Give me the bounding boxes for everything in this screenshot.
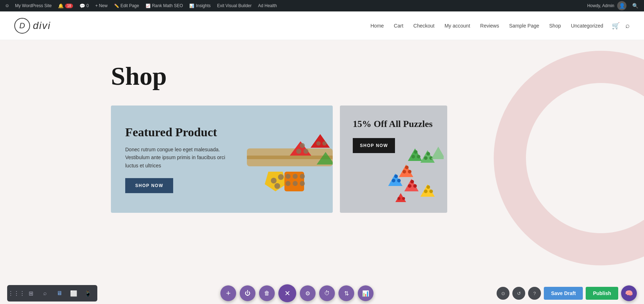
svg-point-24 bbox=[411, 155, 415, 158]
nav-link-my-account[interactable]: My account bbox=[444, 23, 470, 29]
svg-point-26 bbox=[414, 150, 418, 154]
nav-link-shop[interactable]: Shop bbox=[549, 23, 561, 29]
nav-link-cart[interactable]: Cart bbox=[394, 23, 403, 29]
publish-button[interactable]: Publish bbox=[586, 287, 618, 300]
svg-point-17 bbox=[303, 149, 308, 154]
puzzles-banner: 15% Off All Puzzles SHOP NOW bbox=[340, 106, 447, 213]
toolbar-layout-button[interactable]: ⊞ bbox=[24, 287, 37, 300]
toolbar-add-button[interactable]: + bbox=[220, 285, 236, 301]
svg-point-50 bbox=[402, 197, 405, 200]
svg-rect-3 bbox=[247, 156, 333, 159]
toolbar-zoom-button[interactable]: ⊙ bbox=[497, 287, 509, 300]
svg-point-41 bbox=[408, 184, 411, 188]
edit-page-link[interactable]: ✏️ Edit Page bbox=[112, 0, 141, 11]
toolbar-power-button[interactable]: ⏻ bbox=[240, 285, 255, 301]
save-draft-button[interactable]: Save Draft bbox=[544, 287, 583, 300]
admin-bar-right: Howdy, Admin 👤 🔍 bbox=[585, 0, 640, 11]
notification-count: 18 bbox=[65, 4, 73, 8]
svg-point-47 bbox=[426, 185, 430, 189]
svg-point-46 bbox=[429, 190, 433, 193]
nav-link-checkout[interactable]: Checkout bbox=[413, 23, 434, 29]
svg-point-25 bbox=[417, 155, 420, 158]
svg-marker-23 bbox=[408, 148, 422, 161]
svg-point-49 bbox=[397, 197, 400, 200]
logo-area[interactable]: D divi bbox=[14, 18, 51, 34]
logo-circle: D bbox=[14, 18, 30, 34]
cart-icon[interactable]: 🛒 bbox=[612, 22, 620, 30]
svg-point-37 bbox=[392, 179, 395, 182]
svg-point-20 bbox=[316, 141, 321, 146]
toolbar-center: + ⏻ 🗑 ✕ ⚙ ⏱ ⇅ 📊 bbox=[220, 284, 374, 302]
comments-link[interactable]: 💬 0 bbox=[77, 0, 91, 11]
toolbar-close-button[interactable]: ✕ bbox=[278, 284, 296, 302]
featured-description: Donec rutrum congue leo eget malesuada. … bbox=[125, 146, 233, 170]
exit-builder-link[interactable]: Exit Visual Builder bbox=[215, 0, 254, 11]
admin-search-icon[interactable]: 🔍 bbox=[630, 0, 640, 11]
toolbar-search-button[interactable]: ⌕ bbox=[39, 287, 52, 300]
ai-assistant-button[interactable]: 🧠 bbox=[621, 285, 637, 301]
main-navigation: D divi Home Cart Checkout My account Rev… bbox=[0, 11, 644, 40]
toolbar-history-button[interactable]: ⏱ bbox=[319, 285, 335, 301]
page-content: Shop bbox=[0, 40, 644, 283]
svg-marker-31 bbox=[431, 147, 444, 159]
puzzle-pieces-image bbox=[372, 145, 444, 209]
nav-link-sample-page[interactable]: Sample Page bbox=[509, 23, 539, 29]
svg-point-12 bbox=[286, 181, 291, 186]
svg-point-14 bbox=[300, 181, 305, 186]
banners-area: Featured Product Donec rutrum congue leo… bbox=[0, 106, 644, 227]
toolbar-mobile-button[interactable]: 📱 bbox=[82, 287, 94, 300]
admin-avatar: 👤 bbox=[619, 3, 625, 9]
featured-product-banner: Featured Product Donec rutrum congue leo… bbox=[111, 106, 333, 213]
nav-icons: 🛒 ⌕ bbox=[612, 21, 630, 30]
nav-links: Home Cart Checkout My account Reviews Sa… bbox=[370, 23, 603, 29]
svg-point-5 bbox=[271, 178, 277, 183]
svg-point-38 bbox=[397, 179, 401, 182]
nav-link-uncategorized[interactable]: Uncategorized bbox=[571, 23, 603, 29]
svg-marker-27 bbox=[420, 150, 435, 163]
featured-banner-content: Featured Product Donec rutrum congue leo… bbox=[111, 111, 247, 207]
svg-point-7 bbox=[274, 183, 280, 189]
svg-point-33 bbox=[402, 170, 406, 173]
svg-point-34 bbox=[408, 170, 411, 173]
svg-point-6 bbox=[278, 174, 284, 180]
toolbar-right: ⊙ ↺ ? Save Draft Publish 🧠 bbox=[497, 285, 637, 301]
svg-point-13 bbox=[293, 181, 298, 186]
svg-point-10 bbox=[293, 174, 298, 179]
svg-point-16 bbox=[296, 149, 301, 154]
toolbar-tablet-button[interactable]: ⬜ bbox=[67, 287, 80, 300]
new-content-link[interactable]: + New bbox=[93, 0, 109, 11]
nav-search-icon[interactable]: ⌕ bbox=[625, 21, 630, 30]
svg-point-30 bbox=[426, 152, 430, 156]
bottom-toolbar: ⋮⋮⋮ ⊞ ⌕ 🖥 ⬜ 📱 + ⏻ 🗑 ✕ ⚙ bbox=[0, 283, 644, 304]
svg-marker-19 bbox=[311, 134, 330, 148]
toolbar-left: ⋮⋮⋮ ⊞ ⌕ 🖥 ⬜ 📱 bbox=[7, 285, 97, 301]
logo-text: divi bbox=[33, 20, 51, 31]
howdy-admin-link[interactable]: Howdy, Admin 👤 bbox=[585, 0, 629, 11]
nav-link-reviews[interactable]: Reviews bbox=[480, 23, 499, 29]
toolbar-analytics-button[interactable]: 📊 bbox=[358, 285, 374, 301]
nav-link-home[interactable]: Home bbox=[370, 23, 384, 29]
toolbar-desktop-button[interactable]: 🖥 bbox=[53, 287, 66, 300]
featured-shop-now-button[interactable]: SHOP NOW bbox=[125, 178, 173, 193]
toolbar-help-button[interactable]: ? bbox=[528, 287, 541, 300]
toolbar-refresh-button[interactable]: ↺ bbox=[512, 287, 525, 300]
rank-math-link[interactable]: 📈 Rank Math SEO bbox=[143, 0, 185, 11]
notifications-link[interactable]: 🔔 18 bbox=[56, 0, 75, 11]
wp-logo-icon[interactable]: W bbox=[4, 2, 11, 9]
admin-bar: W My WordPress Site 🔔 18 💬 0 + New ✏️ Ed… bbox=[0, 0, 644, 11]
toolbar-delete-button[interactable]: 🗑 bbox=[259, 285, 275, 301]
svg-point-43 bbox=[410, 180, 414, 183]
ad-health-link[interactable]: Ad Health bbox=[256, 0, 279, 11]
toolbar-settings-button[interactable]: ⋮⋮⋮ bbox=[10, 287, 23, 300]
puzzles-title: 15% Off All Puzzles bbox=[353, 118, 434, 129]
svg-text:W: W bbox=[6, 5, 8, 7]
toolbar-sort-button[interactable]: ⇅ bbox=[338, 285, 354, 301]
svg-point-9 bbox=[286, 174, 291, 179]
toolbar-gear-button[interactable]: ⚙ bbox=[300, 285, 316, 301]
svg-point-11 bbox=[300, 174, 305, 179]
insights-link[interactable]: 📊 Insights bbox=[187, 0, 213, 11]
svg-point-18 bbox=[300, 143, 305, 148]
svg-point-35 bbox=[405, 166, 409, 169]
svg-point-45 bbox=[424, 190, 428, 193]
site-name-link[interactable]: My WordPress Site bbox=[13, 0, 54, 11]
